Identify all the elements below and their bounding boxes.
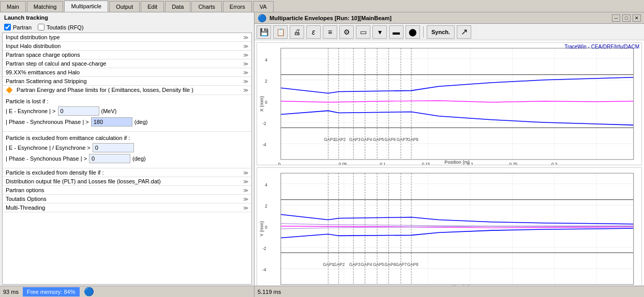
rect-button[interactable]: ▭ [356, 25, 370, 39]
svg-text:0.05: 0.05 [339, 162, 347, 165]
tab-edit[interactable]: Edit [141, 1, 164, 12]
excl-energy-label: | E - Esynchrone | / Esynchrone > [6, 145, 91, 151]
right-time: 5.119 ms [258, 289, 281, 295]
option-input-distribution[interactable]: Input distribution type ≫ [3, 33, 251, 42]
arrow-icon: ≫ [243, 79, 248, 84]
tab-output[interactable]: Output [109, 1, 140, 12]
excl-phase-unit: (deg) [132, 155, 151, 162]
help-button[interactable]: ↗ [457, 25, 471, 39]
arrow-icon: ≫ [243, 52, 248, 58]
svg-text:GAP5: GAP5 [373, 262, 384, 267]
svg-text:-2: -2 [262, 121, 266, 126]
svg-text:Y (mm): Y (mm) [259, 221, 264, 237]
dropdown-button[interactable]: ▾ [372, 25, 387, 39]
energy-input[interactable] [58, 106, 99, 116]
svg-text:4: 4 [265, 183, 267, 187]
option-partran-options[interactable]: Partran options ≫ [3, 186, 251, 195]
tab-data[interactable]: Data [165, 1, 190, 12]
partran-checkbox-label[interactable]: Partran [4, 24, 32, 30]
excl-energy-row: | E - Esynchrone | / Esynchrone > [6, 143, 248, 152]
minimize-button[interactable]: ─ [612, 14, 620, 22]
tab-errors[interactable]: Errors [223, 1, 252, 12]
save-button[interactable]: 💾 [257, 25, 271, 39]
option-distribution-output[interactable]: Distribution output file (PLT) and Losse… [3, 177, 251, 186]
close-button[interactable]: ✕ [633, 14, 641, 22]
copy-button[interactable]: 📋 [273, 25, 288, 39]
svg-text:GAP3: GAP3 [349, 262, 361, 267]
toutatis-checkbox-label[interactable]: Toutatis (RFQ) [38, 24, 84, 30]
particle-lost-section: Particle is lost if : | E - Esynchrone |… [3, 95, 251, 132]
checkboxes-row: Partran Toutatis (RFQ) [0, 23, 254, 32]
launch-tracking-title: Launch tracking [0, 12, 254, 23]
arrow-icon: ≫ [243, 43, 248, 49]
svg-text:-4: -4 [262, 268, 266, 272]
particle-excl-emit-section: Particle is excluded from emittance calc… [3, 132, 251, 168]
toutatis-checkbox[interactable] [38, 24, 44, 30]
arrow-icon: ≫ [243, 61, 248, 67]
status-icon: 🔵 [84, 287, 94, 296]
svg-text:GAP6: GAP6 [384, 262, 396, 267]
phase-label: | Phase - Synchronous Phase | > [6, 119, 89, 125]
settings-button[interactable]: ⚙ [339, 25, 354, 39]
tab-va[interactable]: VA [253, 1, 274, 12]
filled-rect-button[interactable]: ▬ [389, 25, 403, 39]
options-list: Input distribution type ≫ Input Halo dis… [2, 33, 252, 285]
svg-text:2: 2 [265, 79, 267, 84]
arrow-icon: ≫ [243, 70, 248, 75]
svg-text:GAP7: GAP7 [396, 262, 407, 267]
arrow-icon: ≫ [243, 205, 248, 211]
excl-phase-row: | Phase - Synchonous Phase | > (deg) [6, 154, 248, 163]
particle-excl-emit-title: Particle is excluded from emittance calc… [6, 135, 248, 141]
energy-unit: (MeV) [101, 108, 120, 114]
svg-text:GAP2: GAP2 [335, 137, 346, 142]
option-scattering[interactable]: Partran Scattering and Stripping ≫ [3, 77, 251, 86]
option-toutatis-options[interactable]: Toutatis Options ≫ [3, 195, 251, 204]
epsilon-button[interactable]: ε [306, 25, 321, 39]
option-step-calcul[interactable]: Partran step of calcul and space-charge … [3, 59, 251, 68]
energy-label: | E - Esynchrone | > [6, 108, 56, 114]
excl-energy-input[interactable] [93, 143, 134, 152]
option-input-halo[interactable]: Input Halo distribution ≫ [3, 42, 251, 51]
svg-text:X (mm): X (mm) [259, 96, 264, 112]
memory-button[interactable]: Free memory: 84% [23, 287, 80, 296]
window-controls: ─ □ ✕ [612, 14, 641, 22]
synch-button[interactable]: Synch. [427, 25, 455, 39]
tab-main[interactable]: Main [0, 1, 26, 12]
svg-text:Position (m): Position (m) [444, 160, 470, 165]
partran-checkbox[interactable] [4, 24, 11, 30]
maximize-button[interactable]: □ [622, 14, 631, 22]
option-excl-density[interactable]: Particle is excluded from density file i… [3, 168, 251, 177]
svg-text:4: 4 [265, 58, 267, 62]
arrow-icon: ≫ [243, 87, 248, 93]
particle-lost-title: Particle is lost if : [6, 98, 248, 104]
excl-phase-input[interactable] [89, 154, 130, 163]
tab-multiparticle[interactable]: Multiparticle [64, 1, 108, 12]
option-space-charge[interactable]: Partran space charge options ≫ [3, 51, 251, 59]
svg-text:-2: -2 [262, 246, 266, 251]
svg-text:GAP6: GAP6 [384, 137, 396, 142]
svg-text:0.25: 0.25 [510, 162, 518, 165]
svg-text:GAP5: GAP5 [373, 137, 384, 142]
svg-text:GAP7: GAP7 [397, 137, 408, 142]
tab-charts[interactable]: Charts [191, 1, 221, 12]
svg-text:0.3: 0.3 [551, 162, 558, 165]
circle-button[interactable]: ⬤ [406, 25, 420, 39]
arrow-icon: ≫ [243, 35, 248, 40]
right-window-title: Multiparticle Envelopes [Run: 10][MainBe… [269, 15, 392, 21]
svg-text:-4: -4 [262, 143, 266, 147]
svg-text:0.15: 0.15 [422, 162, 430, 165]
svg-text:Position (m): Position (m) [444, 285, 470, 286]
tab-matching[interactable]: Matching [27, 1, 64, 12]
option-multi-threading[interactable]: Multi-Threading ≫ [3, 204, 251, 212]
print-button[interactable]: 🖨 [290, 25, 304, 39]
option-emittances[interactable]: 99.XX% emittances and Halo ≫ [3, 68, 251, 77]
chart-y: GAP1 GAP2 GAP3 GAP4 GAP5 GAP6 GAP7 GAP8 [257, 167, 642, 286]
phase-row: | Phase - Synchronous Phase | > (deg) [6, 117, 248, 127]
option-energy-phase[interactable]: 🔶 Partran Energy and Phase limits for ( … [3, 86, 251, 95]
svg-text:GAP3: GAP3 [349, 137, 361, 142]
svg-text:GAP8: GAP8 [407, 262, 418, 267]
list-button[interactable]: ≡ [323, 25, 337, 39]
arrow-icon: ≫ [243, 187, 248, 193]
charts-area: TraceWin - CEA/DRF/Irfu/DACM [254, 40, 644, 286]
phase-input[interactable] [91, 117, 132, 127]
